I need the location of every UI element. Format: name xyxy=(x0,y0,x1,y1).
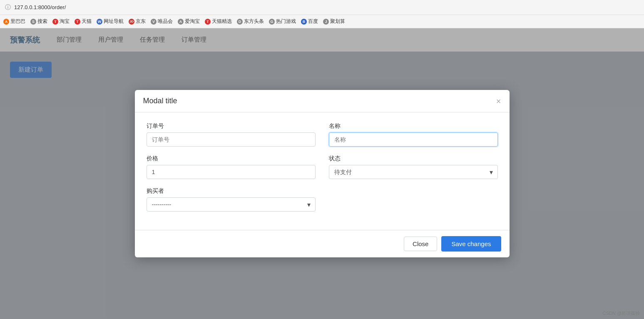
bookmark-label: 搜索 xyxy=(37,18,47,25)
modal-footer: Close Save changes xyxy=(135,230,510,257)
tmall2-icon: T xyxy=(205,19,211,25)
form-group-name: 名称 xyxy=(329,122,498,147)
status-select[interactable]: 待支付 已支付 已取消 已完成 xyxy=(329,165,498,179)
search-bm-icon: S xyxy=(30,19,36,25)
nav-icon: W xyxy=(97,19,102,25)
browser-bar: ⓘ 127.0.0.1:8000/order/ xyxy=(0,0,644,15)
bookmark-dongfang[interactable]: D 东方头条 xyxy=(237,18,264,25)
aitao-icon: A xyxy=(178,19,184,25)
bookmark-vip[interactable]: V 唯品会 xyxy=(151,18,173,25)
alibaba-icon: A xyxy=(3,19,9,25)
form-row-3: 购买者 ---------- xyxy=(147,187,498,212)
form-group-order-no: 订单号 xyxy=(147,122,316,147)
bookmark-tmall[interactable]: T 天猫 xyxy=(75,18,92,25)
bookmark-label: 京东 xyxy=(136,18,146,25)
form-group-empty xyxy=(329,187,498,212)
bookmark-label: 天猫精选 xyxy=(212,18,232,25)
status-select-wrapper: 待支付 已支付 已取消 已完成 xyxy=(329,165,498,179)
modal-dialog: Modal title × 订单号 名称 xyxy=(135,90,510,257)
form-row-2: 价格 状态 待支付 已支付 已取消 已完成 xyxy=(147,155,498,179)
bookmark-aitao[interactable]: A 爱淘宝 xyxy=(178,18,200,25)
juhua-icon: J xyxy=(323,19,329,25)
bookmark-label: 热门游戏 xyxy=(276,18,296,25)
modal-title: Modal title xyxy=(143,97,177,105)
buyer-select[interactable]: ---------- xyxy=(147,197,316,212)
bookmark-taobao[interactable]: T 淘宝 xyxy=(52,18,70,25)
baidu-icon: B xyxy=(301,19,307,25)
bookmark-baidu[interactable]: B 百度 xyxy=(301,18,318,25)
games-icon: G xyxy=(269,19,275,25)
tmall-icon: T xyxy=(75,19,80,25)
form-row-1: 订单号 名称 xyxy=(147,122,498,147)
buyer-label: 购买者 xyxy=(147,187,316,195)
save-changes-button[interactable]: Save changes xyxy=(441,236,501,252)
info-icon: ⓘ xyxy=(5,4,11,11)
bookmark-label: 里巴巴 xyxy=(10,18,25,25)
form-group-price: 价格 xyxy=(147,155,316,179)
name-input[interactable] xyxy=(329,132,498,147)
bookmark-label: 百度 xyxy=(308,18,318,25)
order-no-label: 订单号 xyxy=(147,122,316,130)
bookmark-label: 天猫 xyxy=(82,18,92,25)
modal-header: Modal title × xyxy=(135,90,510,112)
vip-icon: V xyxy=(151,19,157,25)
bookmark-label: 聚划算 xyxy=(330,18,345,25)
bookmark-games[interactable]: G 热门游戏 xyxy=(269,18,296,25)
status-label: 状态 xyxy=(329,155,498,162)
bookmark-search[interactable]: S 搜索 xyxy=(30,18,47,25)
app-background: 预警系统 部门管理 用户管理 任务管理 订单管理 新建订单 Modal titl… xyxy=(0,28,644,319)
modal-body: 订单号 名称 价格 状态 xyxy=(135,112,510,230)
form-group-status: 状态 待支付 已支付 已取消 已完成 xyxy=(329,155,498,179)
price-input[interactable] xyxy=(147,165,316,179)
url-bar: 127.0.0.1:8000/order/ xyxy=(14,4,66,10)
bookmark-alibaba[interactable]: A 里巴巴 xyxy=(3,18,25,25)
taobao-icon: T xyxy=(52,19,58,25)
bookmark-label: 淘宝 xyxy=(60,18,70,25)
bookmarks-bar: A 里巴巴 S 搜索 T 淘宝 T 天猫 W 网址导航 JD 京东 V 唯品会 … xyxy=(0,15,644,28)
bookmark-juhua[interactable]: J 聚划算 xyxy=(323,18,345,25)
form-group-buyer: 购买者 ---------- xyxy=(147,187,316,212)
modal-close-button[interactable]: × xyxy=(496,97,501,105)
price-label: 价格 xyxy=(147,155,316,162)
order-no-input[interactable] xyxy=(147,132,316,147)
dongfang-icon: D xyxy=(237,19,243,25)
modal-overlay: Modal title × 订单号 名称 xyxy=(0,28,644,319)
bookmark-tmall2[interactable]: T 天猫精选 xyxy=(205,18,232,25)
bookmark-jd[interactable]: JD 京东 xyxy=(129,18,146,25)
bookmark-label: 东方头条 xyxy=(244,18,264,25)
bookmark-label: 网址导航 xyxy=(104,18,124,25)
bookmark-label: 唯品会 xyxy=(158,18,173,25)
jd-icon: JD xyxy=(129,19,134,25)
bookmark-nav[interactable]: W 网址导航 xyxy=(97,18,124,25)
close-button[interactable]: Close xyxy=(404,237,437,251)
name-label: 名称 xyxy=(329,122,498,130)
bookmark-label: 爱淘宝 xyxy=(185,18,200,25)
buyer-select-wrapper: ---------- xyxy=(147,197,316,212)
